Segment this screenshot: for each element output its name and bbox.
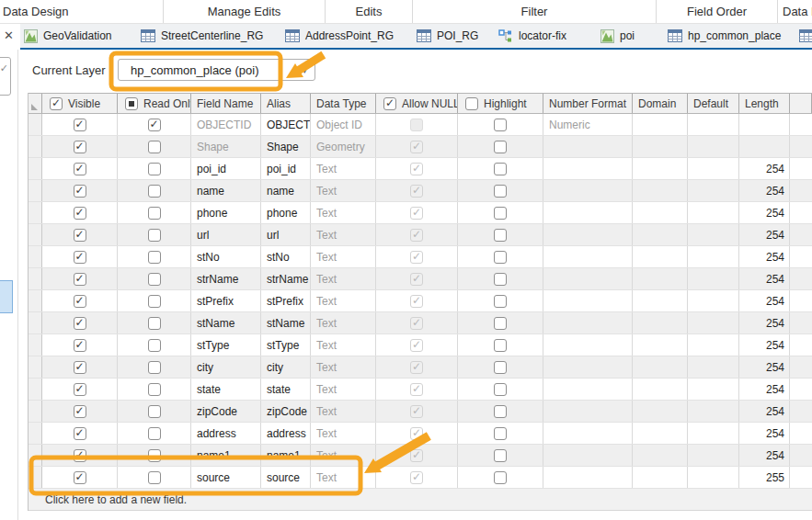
data-type-cell[interactable]: Text (311, 312, 376, 333)
alias-cell[interactable]: url (261, 224, 311, 245)
read-only-checkbox[interactable] (148, 119, 161, 131)
highlight-checkbox[interactable] (494, 185, 507, 198)
domain-cell[interactable] (633, 158, 688, 179)
number-format-cell[interactable] (543, 180, 633, 201)
view-tab-poi[interactable]: poi (600, 24, 635, 48)
highlight-checkbox[interactable] (494, 207, 507, 220)
visible-checkbox[interactable] (74, 207, 86, 220)
highlight-checkbox[interactable] (494, 273, 507, 286)
domain-cell[interactable] (633, 312, 688, 333)
row-selector[interactable] (29, 268, 42, 289)
domain-cell[interactable] (633, 334, 688, 356)
visible-checkbox[interactable] (74, 339, 86, 352)
alias-cell[interactable]: city (261, 356, 311, 378)
alias-cell[interactable]: stType (261, 334, 311, 356)
domain-cell[interactable] (633, 356, 688, 378)
length-cell[interactable]: 254 (739, 268, 790, 289)
length-cell[interactable]: 254 (739, 224, 790, 245)
default-cell[interactable] (688, 268, 739, 289)
length-cell[interactable]: 254 (739, 246, 790, 267)
default-cell[interactable] (688, 356, 739, 378)
row-selector[interactable] (29, 334, 42, 356)
length-cell[interactable]: 254 (739, 356, 790, 378)
read-only-checkbox[interactable] (148, 185, 161, 198)
highlight-checkbox[interactable] (494, 163, 507, 175)
highlight-checkbox[interactable] (494, 383, 507, 396)
length-cell[interactable]: 254 (739, 334, 790, 356)
number-format-cell[interactable] (543, 268, 633, 289)
highlight-checkbox[interactable] (494, 449, 507, 462)
alias-cell[interactable]: name1 (261, 445, 311, 466)
view-tab-cropped[interactable] (799, 24, 812, 48)
domain-cell[interactable] (633, 401, 688, 422)
highlight-checkbox[interactable] (494, 405, 507, 418)
data-type-cell[interactable]: Text (311, 467, 376, 488)
field-name-cell[interactable]: stPrefix (191, 290, 261, 311)
visible-checkbox[interactable] (74, 295, 86, 308)
current-layer-combobox[interactable]: hp_common_place (poi) ▾ (118, 59, 315, 81)
data-type-cell[interactable]: Text (311, 445, 376, 466)
read-only-header-checkbox[interactable] (125, 97, 138, 110)
number-format-cell[interactable] (543, 467, 633, 488)
number-format-cell[interactable] (543, 334, 633, 356)
highlight-checkbox[interactable] (494, 427, 507, 440)
alias-cell[interactable]: stPrefix (261, 290, 311, 311)
field-name-cell[interactable]: stType (191, 334, 261, 356)
default-cell[interactable] (688, 467, 739, 488)
row-selector[interactable] (29, 158, 42, 179)
data-type-cell[interactable]: Text (311, 423, 376, 444)
length-cell[interactable]: 254 (739, 202, 790, 223)
data-type-cell[interactable]: Text (311, 180, 376, 201)
visible-checkbox[interactable] (74, 119, 86, 131)
length-cell[interactable]: 254 (739, 180, 790, 201)
length-cell[interactable]: 254 (739, 445, 790, 466)
highlight-checkbox[interactable] (494, 361, 507, 374)
number-format-cell[interactable] (543, 379, 633, 400)
field-name-cell[interactable]: address (191, 423, 261, 444)
alias-cell[interactable]: stName (261, 312, 311, 333)
default-cell[interactable] (688, 158, 739, 179)
read-only-checkbox[interactable] (148, 339, 161, 352)
alias-cell[interactable]: strName (261, 268, 311, 289)
row-selector[interactable] (29, 467, 42, 488)
data-type-cell[interactable]: Text (311, 401, 376, 422)
highlight-checkbox[interactable] (494, 471, 507, 484)
highlight-checkbox[interactable] (494, 339, 507, 352)
length-cell[interactable]: 254 (739, 401, 790, 422)
row-selector[interactable] (29, 224, 42, 245)
visible-checkbox[interactable] (74, 361, 86, 374)
visible-checkbox[interactable] (74, 141, 86, 153)
visible-header-checkbox[interactable] (50, 97, 63, 110)
visible-checkbox[interactable] (74, 251, 86, 264)
row-selector[interactable] (29, 445, 42, 466)
domain-cell[interactable] (633, 224, 688, 245)
visible-checkbox[interactable] (74, 273, 86, 286)
number-format-cell[interactable] (543, 224, 633, 245)
alias-cell[interactable]: zipCode (261, 401, 311, 422)
visible-checkbox[interactable] (74, 449, 86, 462)
read-only-checkbox[interactable] (148, 251, 161, 264)
read-only-checkbox[interactable] (148, 361, 161, 374)
data-type-cell[interactable]: Text (311, 224, 376, 245)
default-cell[interactable] (688, 379, 739, 400)
number-format-cell[interactable] (543, 423, 633, 444)
visible-checkbox[interactable] (74, 471, 86, 484)
highlight-checkbox[interactable] (494, 295, 507, 308)
read-only-checkbox[interactable] (148, 141, 161, 153)
length-cell[interactable]: 255 (739, 467, 790, 488)
number-format-cell[interactable] (543, 158, 633, 179)
read-only-checkbox[interactable] (148, 295, 161, 308)
read-only-checkbox[interactable] (148, 163, 161, 175)
read-only-checkbox[interactable] (148, 229, 161, 242)
row-selector[interactable] (29, 246, 42, 267)
default-cell[interactable] (688, 290, 739, 311)
select-all-cell[interactable] (29, 94, 42, 113)
visible-checkbox[interactable] (74, 427, 86, 440)
default-cell[interactable] (688, 312, 739, 333)
row-selector[interactable] (29, 356, 42, 378)
row-selector[interactable] (29, 290, 42, 311)
field-name-cell[interactable]: state (191, 379, 261, 400)
length-cell[interactable]: 254 (739, 423, 790, 444)
docked-pane-tab-selected[interactable] (0, 280, 13, 313)
read-only-checkbox[interactable] (148, 427, 161, 440)
